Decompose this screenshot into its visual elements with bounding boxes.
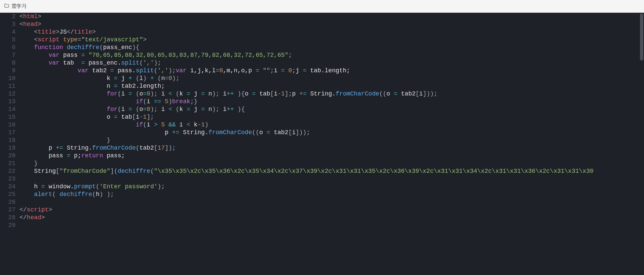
code-line[interactable]: for(i = (o=0); i < (k = j = n); i++ ){: [20, 106, 644, 113]
code-line[interactable]: [20, 198, 644, 206]
line-number: 17: [0, 129, 15, 136]
code-line[interactable]: var tab = pass_enc.split(',');: [20, 59, 644, 67]
line-number: 25: [0, 191, 15, 198]
line-number: 15: [0, 113, 15, 121]
code-line[interactable]: [20, 175, 644, 183]
code-line[interactable]: String["fromCharCode"](dechiffre("\x35\x…: [20, 167, 644, 175]
code-line[interactable]: p += String.fromCharCode((o = tab2[i]));: [20, 129, 644, 136]
code-content[interactable]: <html><head> <title>JS</title> <script t…: [20, 13, 644, 275]
line-number: 22: [0, 167, 15, 175]
line-number: 24: [0, 183, 15, 191]
vertical-scrollbar[interactable]: [639, 13, 644, 275]
line-number: 21: [0, 160, 15, 167]
code-line[interactable]: }: [20, 160, 644, 167]
code-line[interactable]: </head>: [20, 214, 644, 222]
code-line[interactable]: k = j + (l) + (n=0);: [20, 75, 644, 82]
line-number: 12: [0, 90, 15, 98]
line-number: 19: [0, 144, 15, 152]
line-number: 5: [0, 36, 15, 44]
line-number: 8: [0, 59, 15, 67]
line-number: 13: [0, 98, 15, 106]
line-number: 16: [0, 121, 15, 129]
line-number: 3: [0, 21, 15, 28]
line-number: 11: [0, 82, 15, 90]
code-line[interactable]: p += String.fromCharCode(tab2[17]);: [20, 144, 644, 152]
code-line[interactable]: }: [20, 136, 644, 144]
line-number: 29: [0, 222, 15, 229]
line-number-gutter: 2345678910111213141516171819202122232425…: [0, 13, 20, 275]
code-line[interactable]: o = tab[i-1];: [20, 113, 644, 121]
bookmark-tab-label: 需学习: [11, 3, 27, 9]
line-number: 4: [0, 28, 15, 36]
line-number: 26: [0, 198, 15, 206]
code-line[interactable]: <title>JS</title>: [20, 28, 644, 36]
line-number: 2: [0, 13, 15, 21]
line-number: 28: [0, 214, 15, 222]
code-line[interactable]: function dechiffre(pass_enc){: [20, 44, 644, 51]
code-line[interactable]: [20, 222, 644, 229]
tab-bar: 需学习: [0, 0, 644, 13]
line-number: 27: [0, 206, 15, 214]
line-number: 23: [0, 175, 15, 183]
code-line[interactable]: alert( dechiffre(h) );: [20, 191, 644, 198]
code-line[interactable]: n = tab2.length;: [20, 82, 644, 90]
scrollbar-thumb[interactable]: [640, 13, 643, 61]
code-line[interactable]: <html>: [20, 13, 644, 21]
line-number: 20: [0, 152, 15, 160]
code-line[interactable]: h = window.prompt('Enter password');: [20, 183, 644, 191]
bookmark-tab[interactable]: 需学习: [4, 3, 27, 9]
code-line[interactable]: pass = p;return pass;: [20, 152, 644, 160]
line-number: 14: [0, 106, 15, 113]
code-line[interactable]: if(i == 5)break;}: [20, 98, 644, 106]
code-line[interactable]: for(i = (o=0); i < (k = j = n); i++ ){o …: [20, 90, 644, 98]
line-number: 6: [0, 44, 15, 51]
code-line[interactable]: if(i > 5 && i < k-1): [20, 121, 644, 129]
code-line[interactable]: <script type="text/javascript">: [20, 36, 644, 44]
code-line[interactable]: <head>: [20, 21, 644, 28]
line-number: 9: [0, 67, 15, 75]
code-editor[interactable]: 2345678910111213141516171819202122232425…: [0, 13, 644, 275]
folder-icon: [4, 3, 9, 9]
line-number: 10: [0, 75, 15, 82]
code-line[interactable]: </script>: [20, 206, 644, 214]
line-number: 18: [0, 136, 15, 144]
line-number: 7: [0, 51, 15, 59]
code-line[interactable]: var pass = "70,65,85,88,32,80,65,83,83,8…: [20, 51, 644, 59]
code-line[interactable]: var tab2 = pass.split(',');var i,j,k,l=0…: [20, 67, 644, 75]
